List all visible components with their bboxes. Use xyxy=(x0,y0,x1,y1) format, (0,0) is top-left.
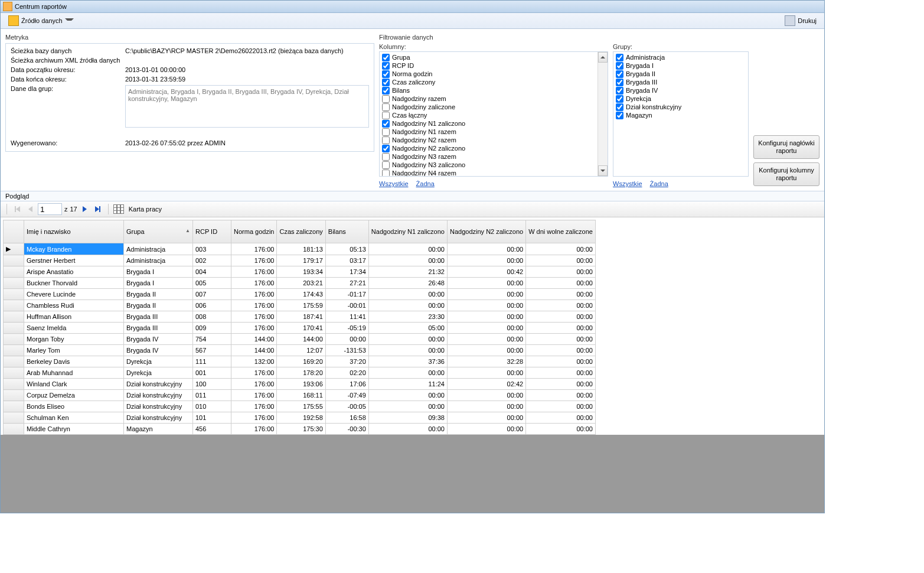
table-cell[interactable]: Brygada III xyxy=(124,323,193,334)
table-cell[interactable]: 170:41 xyxy=(277,323,325,334)
group-checkbox[interactable] xyxy=(616,103,623,111)
table-cell[interactable]: 26:48 xyxy=(368,278,447,289)
table-cell[interactable]: 09:38 xyxy=(368,412,447,424)
table-cell[interactable]: 007 xyxy=(193,289,231,300)
column-checkbox-item[interactable]: Nadgodziny N3 razem xyxy=(381,152,596,161)
table-cell[interactable]: 008 xyxy=(193,311,231,323)
group-checkbox-item[interactable]: Brygada IV xyxy=(615,86,747,95)
column-checkbox[interactable] xyxy=(382,103,390,111)
column-checkbox-item[interactable]: Czas zaliczony xyxy=(381,78,596,86)
table-cell[interactable]: 00:00 xyxy=(368,367,447,379)
column-checkbox[interactable] xyxy=(382,70,390,78)
table-cell[interactable]: 00:00 xyxy=(526,367,596,379)
column-checkbox-item[interactable]: Bilans xyxy=(381,86,596,95)
table-cell[interactable]: 00:42 xyxy=(447,266,525,278)
table-cell[interactable]: 00:00 xyxy=(526,401,596,412)
table-cell[interactable]: 00:00 xyxy=(447,323,525,334)
table-cell[interactable]: 176:00 xyxy=(231,289,277,300)
table-cell[interactable]: 176:00 xyxy=(231,266,277,278)
table-cell[interactable]: Middle Cathryn xyxy=(24,424,124,435)
table-cell[interactable]: 144:00 xyxy=(231,334,277,345)
group-checkbox[interactable] xyxy=(616,62,623,70)
table-cell[interactable]: 02:42 xyxy=(447,379,525,390)
table-row[interactable]: Schulman KenDział konstrukcyjny101176:00… xyxy=(4,412,596,424)
table-cell[interactable]: -01:17 xyxy=(325,289,368,300)
table-cell[interactable]: 00:00 xyxy=(368,345,447,356)
table-cell[interactable]: 00:00 xyxy=(526,278,596,289)
table-row[interactable]: Buckner ThorvaldBrygada I005176:00203:21… xyxy=(4,278,596,289)
table-cell[interactable]: 176:00 xyxy=(231,379,277,390)
table-row[interactable]: Gerstner HerbertAdministracja002176:0017… xyxy=(4,255,596,266)
table-cell[interactable]: 002 xyxy=(193,255,231,266)
column-checkbox[interactable] xyxy=(382,87,390,95)
column-checkbox-item[interactable]: Czas łączny xyxy=(381,111,596,119)
column-header[interactable]: Nadgodziny N2 zaliczono xyxy=(447,220,525,243)
table-row[interactable]: Middle CathrynMagazyn456176:00175:30-00:… xyxy=(4,424,596,435)
table-cell[interactable]: 02:20 xyxy=(325,367,368,379)
group-checkbox-item[interactable]: Dyrekcja xyxy=(615,95,747,103)
table-cell[interactable]: -05:19 xyxy=(325,323,368,334)
table-cell[interactable]: 00:00 xyxy=(368,243,447,255)
table-cell[interactable]: 00:00 xyxy=(526,323,596,334)
table-cell[interactable]: 00:00 xyxy=(526,243,596,255)
column-checkbox-item[interactable]: Nadgodziny N4 razem xyxy=(381,169,596,176)
table-cell[interactable]: 754 xyxy=(193,334,231,345)
column-header[interactable]: RCP ID xyxy=(193,220,231,243)
table-cell[interactable]: 00:00 xyxy=(368,300,447,311)
table-cell[interactable]: 175:59 xyxy=(277,300,325,311)
column-header[interactable]: Bilans xyxy=(325,220,368,243)
table-cell[interactable]: 17:06 xyxy=(325,379,368,390)
column-checkbox[interactable] xyxy=(382,112,390,119)
group-checkbox[interactable] xyxy=(616,87,623,95)
table-cell[interactable]: 456 xyxy=(193,424,231,435)
table-cell[interactable]: Arab Muhannad xyxy=(24,367,124,379)
table-cell[interactable]: 00:00 xyxy=(447,289,525,300)
table-cell[interactable]: 004 xyxy=(193,266,231,278)
table-cell[interactable]: 27:21 xyxy=(325,278,368,289)
table-cell[interactable]: 00:00 xyxy=(526,289,596,300)
configure-columns-button[interactable]: Konfiguruj kolumny raportu xyxy=(753,162,819,186)
table-cell[interactable]: Arispe Anastatio xyxy=(24,266,124,278)
column-checkbox[interactable] xyxy=(382,79,390,86)
table-cell[interactable]: 00:00 xyxy=(368,390,447,401)
table-cell[interactable]: Administracja xyxy=(124,243,193,255)
table-row[interactable]: Chambless RudiBrygada II006176:00175:59-… xyxy=(4,300,596,311)
table-cell[interactable]: 00:00 xyxy=(447,300,525,311)
table-cell[interactable]: 00:00 xyxy=(368,424,447,435)
prev-page-button[interactable] xyxy=(25,204,35,214)
table-cell[interactable]: 192:58 xyxy=(277,412,325,424)
table-cell[interactable]: Brygada II xyxy=(124,289,193,300)
karta-pracy-label[interactable]: Karta pracy xyxy=(129,206,162,213)
table-cell[interactable]: 132:00 xyxy=(231,356,277,367)
table-cell[interactable]: Buckner Thorvald xyxy=(24,278,124,289)
column-checkbox[interactable] xyxy=(382,170,390,177)
table-cell[interactable]: Dział konstrukcyjny xyxy=(124,401,193,412)
table-cell[interactable]: 16:58 xyxy=(325,412,368,424)
table-cell[interactable]: 03:17 xyxy=(325,255,368,266)
table-cell[interactable]: 32:28 xyxy=(447,356,525,367)
table-cell[interactable]: 00:00 xyxy=(526,424,596,435)
table-cell[interactable]: 17:34 xyxy=(325,266,368,278)
next-page-button[interactable] xyxy=(80,204,90,214)
table-row[interactable]: Berkeley DavisDyrekcja111132:00169:2037:… xyxy=(4,356,596,367)
table-cell[interactable]: 00:00 xyxy=(447,390,525,401)
table-cell[interactable]: 37:20 xyxy=(325,356,368,367)
table-cell[interactable]: Dział konstrukcyjny xyxy=(124,379,193,390)
group-checkbox-item[interactable]: Magazyn xyxy=(615,111,747,119)
column-checkbox[interactable] xyxy=(382,145,390,152)
table-cell[interactable]: 05:00 xyxy=(368,323,447,334)
table-cell[interactable]: 176:00 xyxy=(231,278,277,289)
table-cell[interactable]: 176:00 xyxy=(231,243,277,255)
column-checkbox[interactable] xyxy=(382,120,390,128)
column-header[interactable]: Czas zaliczony xyxy=(277,220,325,243)
table-cell[interactable]: 00:00 xyxy=(526,334,596,345)
group-checkbox[interactable] xyxy=(616,95,623,103)
table-cell[interactable]: 193:06 xyxy=(277,379,325,390)
table-cell[interactable]: 00:00 xyxy=(526,379,596,390)
table-cell[interactable]: 00:00 xyxy=(325,334,368,345)
table-cell[interactable]: 175:30 xyxy=(277,424,325,435)
table-row[interactable]: Chevere LucindeBrygada II007176:00174:43… xyxy=(4,289,596,300)
table-cell[interactable]: Morgan Toby xyxy=(24,334,124,345)
table-cell[interactable]: 00:00 xyxy=(526,390,596,401)
table-cell[interactable]: 12:07 xyxy=(277,345,325,356)
